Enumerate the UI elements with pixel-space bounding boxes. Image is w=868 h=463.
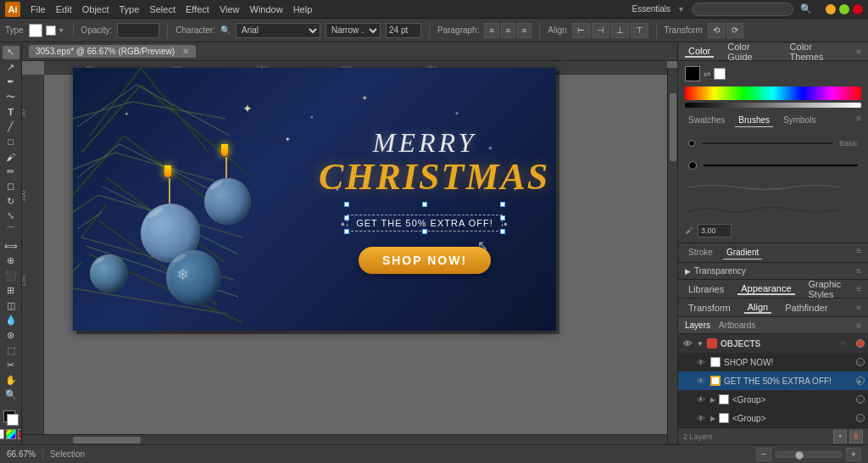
- opacity-input[interactable]: [117, 23, 159, 38]
- width-tool[interactable]: ⟺: [3, 239, 19, 253]
- rotate-tool[interactable]: ↻: [3, 195, 19, 209]
- hand-tool[interactable]: ✋: [3, 373, 19, 387]
- color-spectrum[interactable]: [685, 86, 861, 100]
- color-themes-tab[interactable]: Color Themes: [787, 42, 847, 62]
- stroke-swatch[interactable]: [46, 25, 56, 36]
- transform-btn1[interactable]: ⟲: [708, 23, 725, 38]
- shop-now-button[interactable]: SHOP NOW!: [359, 247, 491, 274]
- gradient-tab[interactable]: Gradient: [723, 246, 762, 259]
- font-selector[interactable]: Arial: [236, 23, 320, 38]
- layer-shop-now[interactable]: 👁 SHOP NOW! ○: [678, 353, 868, 371]
- color-guide-tab[interactable]: Color Guide: [724, 42, 776, 62]
- live-paint-tool[interactable]: ⬛: [3, 269, 19, 282]
- close-button[interactable]: [853, 4, 863, 14]
- brush-item-3[interactable]: [685, 178, 861, 197]
- align-left-button[interactable]: ≡: [484, 23, 498, 38]
- warp-tool[interactable]: ⌒: [3, 225, 19, 238]
- layer-offer[interactable]: 👁 GET THE 50% EXTRA OFF! ●: [678, 371, 868, 390]
- layers-tab[interactable]: Layers: [685, 321, 710, 330]
- group2-lock-icon[interactable]: ○: [856, 414, 865, 422]
- align-btn1[interactable]: ⊢: [572, 23, 590, 38]
- menu-type[interactable]: Type: [120, 4, 140, 14]
- libraries-tab[interactable]: Libraries: [685, 284, 727, 294]
- group1-expand-icon[interactable]: ▶: [710, 396, 715, 404]
- foreground-color[interactable]: [685, 66, 700, 81]
- rectangle-tool[interactable]: □: [3, 135, 19, 148]
- zoom-tool[interactable]: 🔍: [3, 388, 19, 402]
- menu-effect[interactable]: Effect: [186, 4, 209, 14]
- align-center-button[interactable]: ≡: [501, 23, 515, 38]
- zoom-slider-thumb[interactable]: [795, 451, 804, 460]
- font-style-selector[interactable]: Narrow ...: [326, 23, 381, 38]
- pencil-tool[interactable]: ✏: [3, 165, 19, 179]
- vertical-scroll-thumb[interactable]: [670, 93, 676, 161]
- brush-size-input[interactable]: [698, 224, 732, 237]
- brightness-slider[interactable]: [685, 103, 861, 108]
- align-btn2[interactable]: ⊣: [592, 23, 609, 38]
- curvature-tool[interactable]: 〜: [3, 91, 19, 104]
- group1-eye-icon[interactable]: 👁: [695, 393, 707, 405]
- color-panel-close-icon[interactable]: ≡: [856, 47, 861, 56]
- transparency-close-icon[interactable]: ≡: [856, 266, 861, 276]
- appearance-panel-close-icon[interactable]: ≡: [856, 284, 861, 293]
- transform-tab[interactable]: Transform: [685, 303, 734, 313]
- brush-item-2[interactable]: [685, 156, 861, 175]
- brushes-panel-close-icon[interactable]: ≡: [856, 114, 861, 127]
- shop-lock-icon[interactable]: ○: [856, 358, 865, 366]
- symbols-tab[interactable]: Symbols: [780, 114, 819, 127]
- fill-color-box[interactable]: [3, 410, 19, 426]
- brush-item-1[interactable]: Basic: [685, 134, 861, 153]
- artboard[interactable]: ❄ ✦ ✦ ✦ ✦ ● ● ● ● ✦ MERRY CHRISTMAS: [73, 68, 556, 331]
- maximize-button[interactable]: [839, 4, 849, 14]
- layers-panel-close-icon[interactable]: ≡: [856, 321, 861, 330]
- direct-selection-tool[interactable]: ↗: [3, 61, 19, 75]
- align-tab[interactable]: Align: [744, 302, 771, 314]
- align-btn4[interactable]: ⊤: [631, 23, 648, 38]
- font-size-input[interactable]: [386, 23, 421, 38]
- delete-layer-button[interactable]: 🗑: [849, 430, 863, 443]
- perspective-grid-tool[interactable]: ⊞: [3, 284, 19, 298]
- workspace-selector[interactable]: Essentials: [632, 4, 671, 14]
- artboard-tool[interactable]: ⬚: [3, 343, 19, 357]
- transparency-panel[interactable]: ▶ Transparency ≡: [678, 263, 868, 280]
- layer-group1[interactable]: 👁 ▶ <Group> ○: [678, 390, 868, 409]
- zoom-out-button[interactable]: −: [756, 448, 771, 461]
- color-tab[interactable]: Color: [685, 46, 714, 58]
- search-input[interactable]: [692, 3, 793, 16]
- close-tab-icon[interactable]: ✕: [182, 47, 189, 56]
- minimize-button[interactable]: [826, 4, 836, 14]
- eyedropper-tool[interactable]: 💧: [3, 314, 19, 327]
- objects-lock-icon[interactable]: ○: [841, 338, 851, 349]
- gradient-tool[interactable]: ◫: [3, 299, 19, 313]
- fill-none-icon[interactable]: [0, 429, 4, 439]
- brushes-tab[interactable]: Brushes: [735, 114, 773, 127]
- offer-eye-icon[interactable]: 👁: [695, 375, 707, 387]
- menu-select[interactable]: Select: [149, 4, 175, 14]
- zoom-in-button[interactable]: +: [846, 448, 861, 461]
- offer-lock-icon[interactable]: ●: [856, 377, 865, 385]
- swatches-tab[interactable]: Swatches: [685, 114, 728, 127]
- objects-eye-icon[interactable]: 👁: [682, 337, 693, 349]
- group2-expand-icon[interactable]: ▶: [710, 415, 715, 422]
- align-right-button[interactable]: ≡: [517, 23, 531, 38]
- vertical-scrollbar[interactable]: [667, 68, 677, 444]
- horizontal-scrollbar[interactable]: [22, 434, 667, 444]
- objects-expand-icon[interactable]: ▼: [697, 340, 704, 348]
- shape-builder-tool[interactable]: ⊕: [3, 254, 19, 268]
- selection-tool[interactable]: ↖: [3, 46, 19, 59]
- transform-panel-close-icon[interactable]: ≡: [856, 303, 861, 312]
- paintbrush-tool[interactable]: 🖌: [3, 150, 19, 164]
- blend-tool[interactable]: ⊛: [3, 329, 19, 343]
- new-sublayer-button[interactable]: +: [833, 430, 847, 443]
- swap-colors-icon[interactable]: ⇄: [704, 70, 710, 79]
- gradient-fill-icon[interactable]: [6, 429, 16, 439]
- zoom-slider[interactable]: [775, 451, 843, 458]
- layer-group2[interactable]: 👁 ▶ <Group> ○: [678, 409, 868, 427]
- menu-help[interactable]: Help: [293, 4, 313, 14]
- menu-window[interactable]: Window: [250, 4, 283, 14]
- active-tab[interactable]: 3053.eps* @ 66.67% (RGB/Preview) ✕: [29, 45, 196, 58]
- align-btn3[interactable]: ⊥: [611, 23, 629, 38]
- appearance-tab[interactable]: Appearance: [737, 283, 794, 295]
- group1-lock-icon[interactable]: ○: [856, 395, 865, 404]
- type-tool[interactable]: T: [3, 105, 19, 119]
